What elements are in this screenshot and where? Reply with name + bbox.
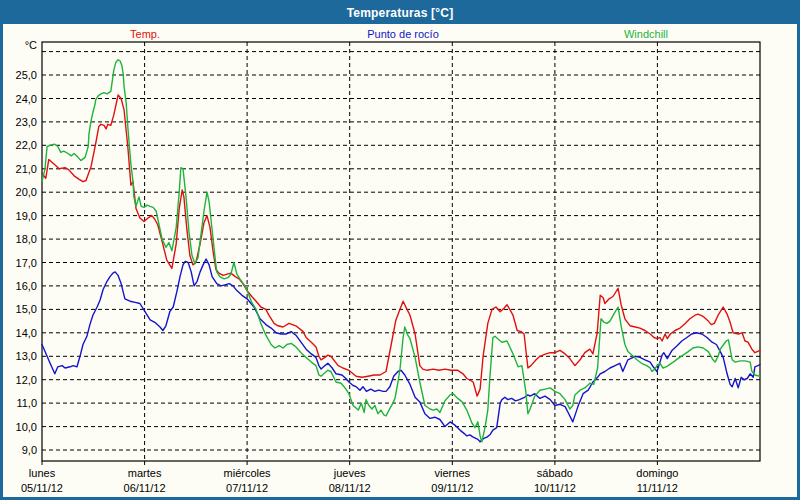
y-tick-label: 24,0 — [16, 93, 37, 105]
x-day-name-label: miércoles — [224, 467, 272, 479]
plot-border — [42, 42, 760, 461]
y-tick-label: 17,0 — [16, 257, 37, 269]
y-tick-label: 20,0 — [16, 186, 37, 198]
x-day-date-label: 07/11/12 — [226, 482, 268, 494]
x-day-name-label: martes — [128, 467, 162, 479]
x-day-date-label: 08/11/12 — [329, 482, 371, 494]
x-day-date-label: 05/11/12 — [21, 482, 63, 494]
x-day-name-label: domingo — [636, 467, 678, 479]
series-line-temp- — [42, 95, 760, 396]
x-day-date-label: 11/11/12 — [637, 482, 678, 494]
y-tick-label: 16,0 — [16, 280, 37, 292]
y-tick-label: 13,0 — [16, 350, 37, 362]
y-tick-label: 11,0 — [16, 397, 37, 409]
y-tick-label: 25,0 — [16, 69, 37, 81]
x-day-name-label: sábado — [537, 467, 573, 479]
x-day-name-label: lunes — [29, 467, 56, 479]
temperature-chart: °C25,024,023,022,021,020,019,018,017,016… — [3, 3, 797, 497]
x-day-date-label: 09/11/12 — [431, 482, 473, 494]
y-tick-label: 10,0 — [16, 421, 37, 433]
x-day-date-label: 06/11/12 — [124, 482, 166, 494]
y-tick-label: 23,0 — [16, 116, 37, 128]
y-tick-label: 9,0 — [22, 444, 37, 456]
y-tick-label: 18,0 — [16, 233, 37, 245]
x-day-date-label: 10/11/12 — [534, 482, 576, 494]
y-tick-label: 14,0 — [16, 327, 37, 339]
y-tick-label: 21,0 — [16, 163, 37, 175]
series-line-punto-de-roc-o — [42, 259, 760, 442]
y-tick-label: 12,0 — [16, 374, 37, 386]
series-line-windchill — [42, 60, 760, 442]
y-axis-unit-label: °C — [25, 39, 37, 51]
x-day-name-label: viernes — [435, 467, 471, 479]
app-window: Temperaturas [°C] Temp. Punto de rocío W… — [0, 0, 800, 500]
y-tick-label: 19,0 — [16, 210, 37, 222]
x-day-name-label: jueves — [333, 467, 366, 479]
y-tick-label: 15,0 — [16, 303, 37, 315]
y-tick-label: 22,0 — [16, 139, 37, 151]
